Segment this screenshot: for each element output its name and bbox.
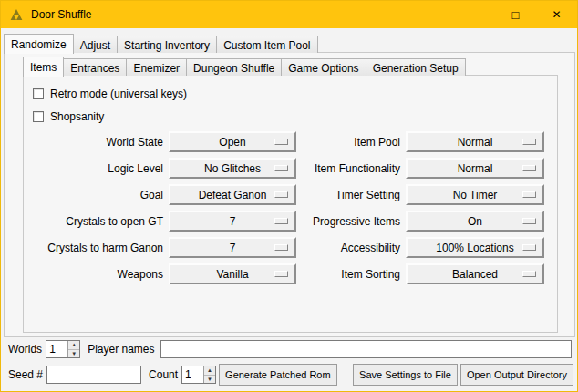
crystals-ganon-value: 7 (230, 242, 236, 254)
tab-enemizer[interactable]: Enemizer (126, 58, 187, 76)
worlds-input[interactable] (46, 341, 67, 357)
randomize-tab-pane: Items Entrances Enemizer Dungeon Shuffle… (4, 52, 575, 337)
generate-row: Seed # Count ▲ ▼ Generate Patched Rom Sa… (8, 363, 573, 387)
minimize-button[interactable]: — (454, 1, 495, 28)
goal-value: Defeat Ganon (199, 189, 267, 201)
tab-generation-setup[interactable]: Generation Setup (366, 58, 466, 76)
progressive-items-label: Progressive Items (302, 215, 400, 228)
timer-setting-label: Timer Setting (302, 189, 400, 201)
count-input[interactable] (182, 366, 203, 383)
checkbox-icon (33, 111, 44, 122)
weapons-value: Vanilla (216, 268, 248, 281)
inner-tab-bar: Items Entrances Enemizer Dungeon Shuffle… (23, 56, 558, 76)
window-title: Door Shuffle (31, 8, 92, 21)
crystals-gt-label: Crystals to open GT (28, 215, 163, 228)
world-state-label: World State (28, 136, 163, 149)
spin-up-icon[interactable]: ▲ (204, 366, 215, 376)
logic-level-label: Logic Level (28, 162, 163, 175)
spin-down-icon[interactable]: ▼ (68, 350, 79, 358)
crystals-ganon-label: Crystals to harm Ganon (28, 242, 163, 254)
spinner-arrows: ▲ ▼ (203, 366, 215, 383)
spin-up-icon[interactable]: ▲ (68, 341, 79, 350)
progressive-items-dropdown[interactable]: On (406, 211, 544, 232)
spinner-arrows: ▲ ▼ (67, 341, 79, 357)
item-functionality-value: Normal (458, 162, 493, 175)
app-icon (9, 7, 24, 22)
worlds-spinner[interactable]: ▲ ▼ (46, 340, 80, 358)
tab-starting-inventory[interactable]: Starting Inventory (117, 36, 217, 53)
count-spinner[interactable]: ▲ ▼ (181, 366, 216, 384)
dropdown-indicator-icon (522, 165, 536, 171)
item-sorting-label: Item Sorting (302, 268, 400, 281)
titlebar[interactable]: Door Shuffle — □ ✕ (1, 1, 577, 28)
timer-setting-dropdown[interactable]: No Timer (406, 184, 544, 205)
maximize-button[interactable]: □ (495, 1, 536, 28)
item-pool-dropdown[interactable]: Normal (406, 131, 544, 152)
crystals-ganon-dropdown[interactable]: 7 (169, 237, 296, 258)
accessibility-dropdown[interactable]: 100% Locations (406, 237, 544, 258)
worlds-label: Worlds (8, 343, 42, 356)
retro-mode-checkbox[interactable]: Retro mode (universal keys) (33, 82, 557, 105)
tab-items[interactable]: Items (23, 57, 64, 77)
dropdown-indicator-icon (274, 271, 288, 277)
dropdown-indicator-icon (522, 271, 536, 277)
checkbox-icon (33, 88, 44, 99)
item-sorting-value: Balanced (452, 268, 498, 281)
settings-grid: World State Open Item Pool Normal Logic … (28, 131, 557, 284)
item-pool-label: Item Pool (302, 136, 400, 149)
world-state-dropdown[interactable]: Open (169, 131, 296, 152)
multiworld-row: Worlds ▲ ▼ Player names (8, 339, 572, 359)
tab-game-options[interactable]: Game Options (281, 58, 366, 76)
items-tab-pane: Retro mode (universal keys) Shopsanity W… (23, 75, 558, 333)
dropdown-indicator-icon (522, 244, 536, 251)
outer-notebook: Randomize Adjust Starting Inventory Cust… (4, 33, 575, 337)
dropdown-indicator-icon (274, 244, 288, 251)
tab-adjust[interactable]: Adjust (73, 36, 118, 53)
client-area: Randomize Adjust Starting Inventory Cust… (1, 28, 577, 391)
logic-level-dropdown[interactable]: No Glitches (169, 158, 296, 179)
seed-input[interactable] (46, 366, 141, 384)
dropdown-indicator-icon (522, 139, 536, 145)
weapons-label: Weapons (28, 268, 163, 281)
accessibility-value: 100% Locations (436, 242, 513, 254)
crystals-gt-value: 7 (230, 215, 236, 228)
tab-dungeon-shuffle[interactable]: Dungeon Shuffle (186, 58, 282, 76)
save-settings-button[interactable]: Save Settings to File (353, 364, 458, 386)
tab-custom-item-pool[interactable]: Custom Item Pool (216, 36, 317, 53)
door-shuffle-window: Door Shuffle — □ ✕ Randomize Adjust Star… (0, 0, 578, 392)
dropdown-indicator-icon (522, 218, 536, 224)
item-sorting-dropdown[interactable]: Balanced (406, 263, 544, 284)
goal-label: Goal (28, 189, 163, 201)
goal-dropdown[interactable]: Defeat Ganon (169, 184, 296, 205)
world-state-value: Open (219, 136, 245, 149)
tab-randomize[interactable]: Randomize (4, 34, 74, 54)
shopsanity-checkbox[interactable]: Shopsanity (33, 105, 557, 128)
dropdown-indicator-icon (522, 191, 536, 198)
checkbox-area: Retro mode (universal keys) Shopsanity (24, 76, 557, 128)
weapons-dropdown[interactable]: Vanilla (169, 263, 296, 284)
timer-setting-value: No Timer (453, 189, 498, 201)
spin-down-icon[interactable]: ▼ (204, 376, 215, 384)
close-button[interactable]: ✕ (536, 1, 577, 28)
progressive-items-value: On (468, 215, 482, 228)
dropdown-indicator-icon (274, 191, 288, 198)
outer-tab-bar: Randomize Adjust Starting Inventory Cust… (4, 33, 575, 53)
dropdown-indicator-icon (274, 218, 288, 224)
retro-mode-label: Retro mode (universal keys) (50, 88, 187, 100)
inner-notebook: Items Entrances Enemizer Dungeon Shuffle… (23, 56, 558, 333)
accessibility-label: Accessibility (302, 242, 400, 254)
generate-patched-rom-button[interactable]: Generate Patched Rom (219, 364, 337, 386)
dropdown-indicator-icon (274, 165, 288, 171)
player-names-input[interactable] (160, 340, 573, 358)
item-pool-value: Normal (458, 136, 493, 149)
crystals-gt-dropdown[interactable]: 7 (169, 211, 296, 232)
player-names-label: Player names (88, 343, 154, 356)
item-functionality-dropdown[interactable]: Normal (406, 158, 544, 179)
logic-level-value: No Glitches (204, 162, 261, 175)
count-label: Count (149, 368, 178, 381)
tab-entrances[interactable]: Entrances (63, 58, 127, 76)
seed-label: Seed # (8, 368, 43, 381)
shopsanity-label: Shopsanity (50, 110, 104, 123)
open-output-directory-button[interactable]: Open Output Directory (460, 364, 573, 386)
item-functionality-label: Item Functionality (302, 162, 400, 175)
